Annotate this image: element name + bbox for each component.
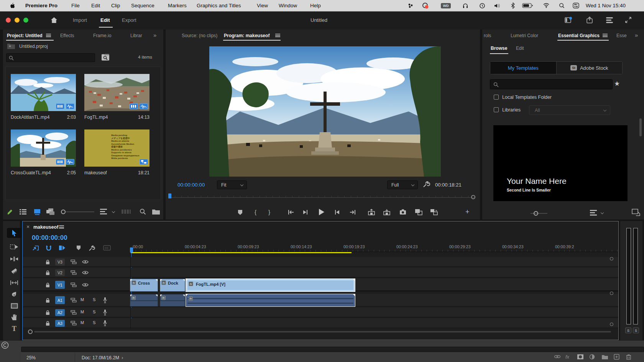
tab-project[interactable]: Project: Untitled xyxy=(7,33,43,38)
solo-track-button[interactable]: S xyxy=(93,297,95,302)
libraries-checkbox[interactable] xyxy=(494,107,499,112)
new-bin-icon[interactable] xyxy=(152,208,160,215)
track-lane-a2[interactable] xyxy=(131,308,618,318)
project-writable-icon[interactable] xyxy=(7,209,13,215)
lock-icon[interactable] xyxy=(45,310,50,315)
layer-style-fx-icon[interactable]: fx xyxy=(565,354,569,360)
project-item-name[interactable]: CrossGuateTL.mp4 xyxy=(11,170,51,175)
timeline-clip-audio[interactable]: fx xyxy=(130,294,158,306)
close-window-button[interactable] xyxy=(6,18,11,23)
track-target-badge[interactable]: A2 xyxy=(55,309,65,316)
time-machine-icon[interactable] xyxy=(479,3,485,9)
panel-overflow-icon[interactable]: » xyxy=(153,32,156,38)
control-center-icon[interactable] xyxy=(573,3,579,8)
lock-icon[interactable] xyxy=(45,321,50,326)
document-scrollbar-well[interactable] xyxy=(21,347,644,352)
lock-icon[interactable] xyxy=(45,259,50,265)
type-tool[interactable]: T xyxy=(7,324,21,334)
share-icon[interactable] xyxy=(586,16,593,24)
voiceover-mic-icon[interactable] xyxy=(103,297,107,303)
linked-selection-icon[interactable] xyxy=(59,245,66,251)
mute-track-button[interactable]: M xyxy=(80,297,84,302)
extract-icon[interactable] xyxy=(383,209,390,215)
find-icon[interactable] xyxy=(140,208,146,215)
color-dots-icon[interactable] xyxy=(407,3,414,8)
timeline-close-icon[interactable]: × xyxy=(26,224,30,230)
project-search-input[interactable] xyxy=(6,53,95,62)
pen-tool[interactable] xyxy=(7,289,21,299)
menu-help[interactable]: Help xyxy=(310,3,321,8)
timeline-settings-wrench-icon[interactable] xyxy=(89,245,95,251)
timeline-clip-audio[interactable]: fx xyxy=(160,294,185,306)
track-target-badge[interactable]: A3 xyxy=(55,320,65,327)
menu-sequence[interactable]: Sequence xyxy=(131,3,154,8)
playback-resolution-dropdown[interactable]: Full xyxy=(387,180,418,189)
adobe-stock-button[interactable]: St Adobe Stock xyxy=(557,62,623,74)
timeline-timecode[interactable]: 00:00:00:00 xyxy=(32,234,67,242)
project-panel-menu-icon[interactable] xyxy=(46,34,51,37)
selection-tool[interactable] xyxy=(7,228,21,238)
mode-tab-edit[interactable]: Edit xyxy=(100,17,110,23)
track-header-v1[interactable]: V1 xyxy=(23,278,130,292)
slip-tool[interactable] xyxy=(7,278,21,288)
home-icon[interactable] xyxy=(50,16,58,24)
apple-icon[interactable] xyxy=(9,2,15,9)
sync-lock-icon[interactable] xyxy=(71,282,77,287)
razor-tool[interactable] xyxy=(7,266,21,276)
project-item-name[interactable]: makeuseof xyxy=(84,170,107,175)
search-bin-icon[interactable] xyxy=(101,53,110,61)
menu-clip[interactable]: Clip xyxy=(111,3,120,8)
lock-icon[interactable] xyxy=(45,270,50,275)
tab-essential-graphics[interactable]: Essential Graphics xyxy=(558,33,600,38)
tab-source[interactable]: Source: (no clips) xyxy=(182,33,217,38)
project-item-thumbnail[interactable] xyxy=(84,74,150,111)
comparison-view-icon[interactable] xyxy=(415,209,422,215)
graphics-panel-menu-icon[interactable] xyxy=(603,34,608,37)
workspaces-icon[interactable] xyxy=(606,17,613,23)
sync-lock-icon[interactable] xyxy=(71,298,77,303)
panel-scrollbar[interactable] xyxy=(639,118,642,136)
new-layer-icon[interactable] xyxy=(614,354,619,360)
track-target-badge[interactable]: V2 xyxy=(55,269,65,276)
lift-icon[interactable] xyxy=(368,209,375,215)
timeline-clip-video-selected[interactable]: fx FogTL.mp4 [V] xyxy=(186,278,355,292)
export-frame-icon[interactable] xyxy=(399,209,406,215)
menu-edit[interactable]: Edit xyxy=(91,3,100,8)
timeline-ruler[interactable]: :00:00 00:00:04:23 00:00:09:23 00:00:14:… xyxy=(130,243,618,252)
toggle-track-output-eye-icon[interactable] xyxy=(82,283,89,287)
volume-icon[interactable] xyxy=(494,3,501,9)
timeline-clip-audio-selected[interactable]: fx xyxy=(186,294,355,307)
track-zoom-handle[interactable] xyxy=(610,323,613,326)
add-marker-icon[interactable] xyxy=(76,245,81,251)
sort-chevron-icon[interactable] xyxy=(112,210,115,213)
track-zoom-handle[interactable] xyxy=(610,257,613,260)
timeline-panel-menu-icon[interactable] xyxy=(59,225,64,229)
lock-icon[interactable] xyxy=(45,298,50,303)
headphones-icon[interactable] xyxy=(462,3,468,9)
new-item-icon[interactable] xyxy=(632,209,640,216)
voiceover-mic-icon[interactable] xyxy=(103,320,107,326)
freeform-view-icon[interactable] xyxy=(46,208,55,215)
track-target-badge[interactable]: V3 xyxy=(55,259,65,265)
mode-tab-import[interactable]: Import xyxy=(73,17,87,23)
bluetooth-icon[interactable] xyxy=(511,2,515,9)
template-preview[interactable]: Your Name Here Second Line Is Smaller xyxy=(493,125,628,201)
scrubber-zoom-handle[interactable] xyxy=(471,195,475,199)
go-to-out-icon[interactable] xyxy=(350,210,356,215)
sync-lock-icon[interactable] xyxy=(71,259,77,264)
project-item-name[interactable]: DockAtitlanTL.mp4 xyxy=(11,115,49,120)
lock-icon[interactable] xyxy=(45,282,50,288)
minimize-window-button[interactable] xyxy=(15,18,20,23)
sort-chevron-icon[interactable] xyxy=(601,211,604,214)
menu-markers[interactable]: Markers xyxy=(168,3,187,8)
favorites-star-icon[interactable]: ★ xyxy=(614,80,620,88)
delete-layer-trash-icon[interactable] xyxy=(626,354,631,360)
multi-camera-icon[interactable] xyxy=(430,209,438,215)
zoom-window-button[interactable] xyxy=(23,18,28,23)
track-lane-v3[interactable] xyxy=(131,257,618,267)
project-item-thumbnail[interactable]: Media pendingメディアを処理中 Media en attenteAu… xyxy=(84,129,150,167)
monitor-settings-wrench-icon[interactable] xyxy=(422,180,430,188)
battery-icon[interactable] xyxy=(522,3,533,8)
list-view-icon[interactable] xyxy=(19,209,27,215)
preview-size-slider[interactable] xyxy=(531,211,547,216)
